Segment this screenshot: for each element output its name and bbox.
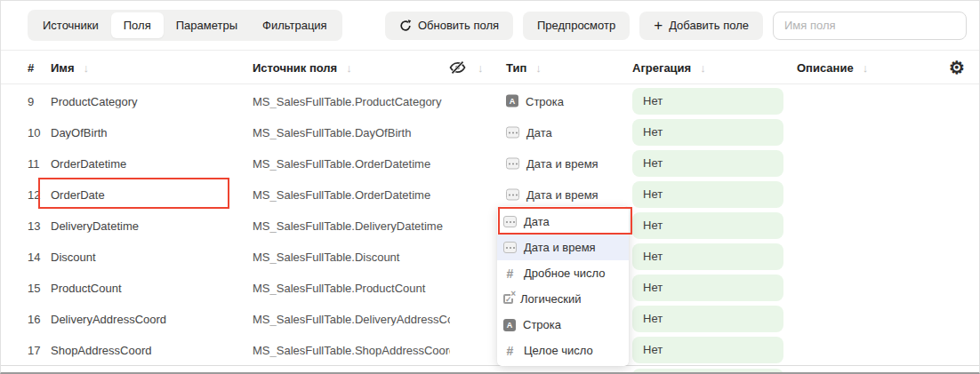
field-type-cell[interactable]: Дата bbox=[506, 125, 552, 139]
table-row-13[interactable]: 13 DeliveryDatetime MS_SalesFullTable.De… bbox=[1, 210, 979, 241]
type-option-4[interactable]: Логический bbox=[497, 286, 629, 312]
field-name-cell[interactable]: ProductCategory bbox=[51, 94, 246, 107]
field-name-input[interactable] bbox=[773, 12, 967, 40]
tab-fields[interactable]: Поля bbox=[111, 12, 164, 38]
field-name-cell[interactable]: ProductCount bbox=[51, 281, 246, 294]
gear-icon[interactable] bbox=[949, 59, 965, 76]
table-row-14[interactable]: 14 Discount MS_SalesFullTable.Discount Н… bbox=[1, 241, 979, 272]
type-option-2[interactable]: Дата и время bbox=[497, 235, 629, 260]
field-source-cell[interactable]: MS_SalesFullTable.ShopAddressCoord bbox=[253, 343, 450, 356]
table-row-11[interactable]: 11 OrderDatetime MS_SalesFullTable.Order… bbox=[1, 147, 979, 179]
type-option-6[interactable]: Целое число bbox=[497, 338, 629, 363]
table-row-9[interactable]: 9 ProductCategory MS_SalesFullTable.Prod… bbox=[1, 85, 979, 116]
refresh-icon bbox=[399, 20, 412, 32]
field-source-cell[interactable]: MS_SalesFullTable.OrderDatetime bbox=[253, 156, 450, 170]
aggregation-badge[interactable]: Нет bbox=[632, 275, 783, 301]
field-source-cell[interactable]: MS_SalesFullTable.OrderDatetime bbox=[253, 187, 450, 201]
sort-desc-icon[interactable] bbox=[84, 61, 90, 73]
aggregation-badge[interactable]: Нет bbox=[632, 306, 783, 332]
row-number: 10 bbox=[28, 125, 40, 139]
boolean-icon bbox=[503, 294, 513, 304]
tab-filtering[interactable]: Фильтрация bbox=[250, 12, 340, 38]
field-source-cell[interactable]: MS_SalesFullTable.Discount bbox=[253, 250, 450, 263]
field-name-cell[interactable]: DayOfBirth bbox=[51, 125, 246, 139]
field-type-cell[interactable]: Дата и время bbox=[506, 187, 598, 201]
sort-desc-icon[interactable] bbox=[700, 61, 706, 73]
field-aggregation-cell: Нет bbox=[632, 181, 783, 208]
sort-desc-icon[interactable] bbox=[863, 61, 869, 73]
aggregation-badge[interactable]: Нет bbox=[632, 119, 783, 146]
field-source-cell[interactable]: MS_SalesFullTable.DayOfBirth bbox=[253, 125, 450, 139]
sort-desc-icon[interactable] bbox=[346, 61, 352, 73]
field-aggregation-cell: Нет bbox=[632, 88, 783, 115]
field-type-cell[interactable]: Дата и время bbox=[506, 156, 598, 170]
row-number: 17 bbox=[28, 343, 40, 356]
type-option-1[interactable]: Дата bbox=[497, 209, 629, 235]
column-header-aggregation-label: Агрегация bbox=[632, 60, 691, 74]
aggregation-badge[interactable]: Нет bbox=[632, 243, 783, 270]
row-number: 12 bbox=[28, 187, 40, 201]
preview-button[interactable]: Предпросмотр bbox=[523, 12, 630, 40]
row-number: 14 bbox=[28, 250, 40, 263]
table-row-12[interactable]: 12 OrderDate MS_SalesFullTable.OrderDate… bbox=[1, 179, 979, 210]
table-row-10[interactable]: 10 DayOfBirth MS_SalesFullTable.DayOfBir… bbox=[1, 116, 979, 147]
type-option-5[interactable]: Строка bbox=[497, 312, 629, 338]
column-header-description-label: Описание bbox=[797, 60, 854, 74]
field-name-cell[interactable]: DeliveryDatetime bbox=[51, 219, 246, 232]
column-header-source-label: Источник поля bbox=[253, 60, 337, 74]
eye-off-icon[interactable] bbox=[449, 60, 466, 74]
table-row-17[interactable]: 17 ShopAddressCoord MS_SalesFullTable.Sh… bbox=[1, 334, 979, 365]
field-source-cell[interactable]: MS_SalesFullTable.DeliveryAddressCoord bbox=[253, 312, 450, 325]
field-aggregation-cell: Нет bbox=[632, 119, 783, 146]
add-field-button[interactable]: Добавить поле bbox=[639, 12, 763, 40]
type-option-label: Целое число bbox=[524, 344, 593, 357]
field-source-cell[interactable]: MS_SalesFullTable.DeliveryDatetime bbox=[253, 219, 450, 232]
plus-icon bbox=[654, 18, 663, 33]
string-icon bbox=[506, 95, 518, 107]
row-number: 11 bbox=[28, 156, 40, 170]
column-header-aggregation: Агрегация bbox=[632, 60, 706, 74]
refresh-fields-label: Обновить поля bbox=[418, 19, 499, 32]
field-name-cell[interactable]: DeliveryAddressCoord bbox=[51, 312, 246, 325]
tab-sources[interactable]: Источники bbox=[30, 12, 111, 38]
tab-parameters[interactable]: Параметры bbox=[164, 12, 250, 38]
field-source-cell[interactable]: MS_SalesFullTable.ProductCategory bbox=[253, 94, 450, 107]
type-dropdown: ДатаДата и времяДробное числоЛогическийС… bbox=[497, 206, 629, 366]
sort-desc-icon[interactable] bbox=[535, 61, 542, 73]
table-settings bbox=[949, 59, 965, 76]
type-label: Дата и время bbox=[526, 187, 598, 201]
table-row-16[interactable]: 16 DeliveryAddressCoord MS_SalesFullTabl… bbox=[1, 303, 979, 334]
column-header-name-label: Имя bbox=[51, 60, 75, 74]
date-icon bbox=[506, 126, 519, 138]
column-header-name: Имя bbox=[51, 60, 89, 74]
aggregation-badge[interactable]: Нет bbox=[632, 88, 783, 115]
table-header: # Имя Источник поля Тип bbox=[1, 51, 979, 84]
field-name-cell[interactable]: OrderDatetime bbox=[51, 156, 246, 170]
type-option-label: Строка bbox=[523, 318, 561, 331]
toolbar: Источники Поля Параметры Фильтрация Обно… bbox=[1, 1, 979, 51]
partial-next-row-badge bbox=[632, 369, 783, 374]
field-aggregation-cell: Нет bbox=[632, 306, 783, 332]
type-option-3[interactable]: Дробное число bbox=[497, 260, 629, 286]
integer-icon bbox=[503, 345, 517, 357]
field-name-cell[interactable]: ShopAddressCoord bbox=[51, 343, 246, 356]
aggregation-badge[interactable]: Нет bbox=[632, 337, 783, 363]
string-icon bbox=[503, 319, 516, 331]
field-type-cell[interactable]: Строка bbox=[506, 94, 564, 107]
aggregation-badge[interactable]: Нет bbox=[632, 212, 783, 239]
column-header-number-label: # bbox=[28, 60, 34, 74]
type-option-label: Дата bbox=[524, 215, 550, 228]
sort-desc-icon[interactable] bbox=[478, 61, 484, 73]
field-source-cell[interactable]: MS_SalesFullTable.ProductCount bbox=[253, 281, 450, 294]
field-name-cell[interactable]: Discount bbox=[51, 250, 246, 263]
type-label: Дата и время bbox=[526, 156, 598, 170]
float-number-icon bbox=[503, 267, 517, 280]
aggregation-badge[interactable]: Нет bbox=[632, 150, 783, 177]
field-name-cell[interactable]: OrderDate bbox=[51, 187, 246, 201]
refresh-fields-button[interactable]: Обновить поля bbox=[385, 12, 513, 40]
datetime-icon bbox=[506, 157, 519, 169]
table-bottom-divider bbox=[1, 365, 979, 366]
column-header-description: Описание bbox=[797, 60, 868, 74]
table-row-15[interactable]: 15 ProductCount MS_SalesFullTable.Produc… bbox=[1, 272, 979, 303]
aggregation-badge[interactable]: Нет bbox=[632, 181, 783, 208]
